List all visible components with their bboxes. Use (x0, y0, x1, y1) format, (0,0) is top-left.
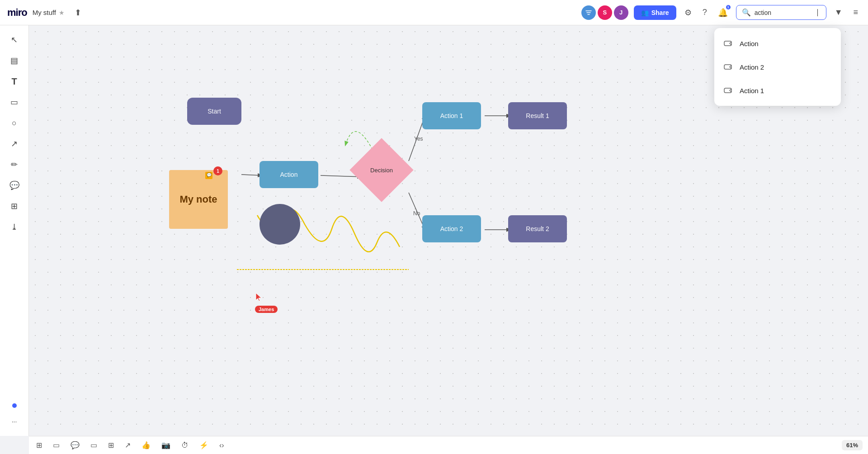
sticky-note[interactable]: 1 💬 My note (169, 170, 228, 229)
dropdown-item-action1[interactable]: Action 1 (714, 79, 841, 102)
share-label: Share (651, 9, 669, 16)
shapes-tool[interactable]: ○ (5, 114, 24, 132)
grid-bottom-tool[interactable]: ⊞ (106, 439, 116, 451)
miro-logo: miro (7, 7, 27, 19)
svg-text:No: No (413, 210, 420, 217)
start-node[interactable]: Start (187, 98, 241, 125)
svg-rect-10 (724, 65, 731, 69)
svg-rect-11 (724, 88, 731, 93)
user-avatar-s: S (598, 5, 612, 20)
comment-tool[interactable]: 💬 (5, 176, 24, 194)
cursor-indicator (817, 9, 818, 16)
james-cursor-label: James (255, 306, 278, 313)
share-icon: 👥 (641, 9, 649, 16)
dropdown-action-label: Action (740, 40, 759, 47)
circle-node[interactable] (259, 204, 300, 245)
settings-icon[interactable]: ⚙ (682, 5, 694, 20)
sticky-chat-icon: 💬 (205, 172, 212, 179)
search-dropdown: Action Action 2 Action 1 (714, 28, 841, 106)
dropdown-action2-icon (722, 61, 734, 73)
dropdown-action1-icon (722, 84, 734, 97)
topbar: miro My stuff ★ ⬆ S J 👥 Share ⚙ ? 🔔 1 🔍 … (0, 0, 868, 25)
notification-badge: 1 (726, 5, 731, 9)
grid-tool[interactable]: ⊞ (34, 439, 44, 451)
text-tool[interactable]: T (5, 72, 24, 90)
board-title: My stuff ★ (33, 9, 65, 16)
action1-node[interactable]: Action 1 (422, 102, 481, 129)
decision-label-overlay: Decision (359, 147, 404, 193)
sticky-text: My note (179, 193, 217, 206)
star-icon[interactable]: ★ (59, 9, 65, 16)
help-icon[interactable]: ? (700, 5, 710, 20)
bottombar: ⊞ ▭ 💬 ▭ ⊞ ↗ 👍 📷 ⏱ ⚡ ‹› 61% (29, 436, 868, 454)
timer-tool[interactable]: ⏱ (179, 440, 190, 451)
result2-label: Result 2 (526, 225, 549, 232)
frame-tool[interactable]: ▭ (51, 439, 61, 451)
dropdown-action-icon (722, 37, 734, 50)
search-icon: 🔍 (742, 8, 751, 17)
svg-text:Yes: Yes (414, 136, 423, 142)
pen-tool[interactable]: ✏ (5, 156, 24, 174)
action2-node[interactable]: Action 2 (422, 215, 481, 242)
filter-button[interactable]: ▼ (832, 5, 845, 20)
shapes-bottom-tool[interactable]: ▭ (89, 439, 99, 451)
arrow-tool[interactable]: ↗ (5, 135, 24, 153)
share-button[interactable]: 👥 Share (634, 5, 676, 20)
action2-label: Action 2 (440, 225, 463, 232)
notification-bell[interactable]: 🔔 1 (715, 5, 731, 20)
dropdown-action1-label: Action 1 (740, 87, 764, 95)
dropdown-action2-label: Action 2 (740, 63, 764, 71)
result2-node[interactable]: Result 2 (508, 215, 567, 242)
sidebar-accent-dot (12, 403, 17, 408)
sidebar: ↖ ▤ T ▭ ○ ↗ ✏ 💬 ⊞ ⤓ ··· (0, 25, 29, 436)
svg-line-0 (241, 175, 262, 175)
user-avatar-j: J (614, 5, 628, 20)
frames-tool[interactable]: ▤ (5, 52, 24, 70)
action-main-label: Action (280, 171, 298, 178)
filter-avatar (581, 5, 596, 20)
zoom-indicator: 61% (842, 440, 863, 450)
link-tool[interactable]: ↗ (123, 439, 132, 451)
dropdown-item-action2[interactable]: Action 2 (714, 55, 841, 79)
upload-button[interactable]: ⬆ (72, 5, 84, 20)
select-tool[interactable]: ↖ (5, 31, 24, 49)
result1-label: Result 1 (526, 112, 549, 119)
avatar-group: S J (581, 5, 628, 20)
collapse-tool[interactable]: ‹› (217, 440, 226, 451)
dropdown-item-action[interactable]: Action (714, 32, 841, 55)
chat-tool[interactable]: 💬 (69, 439, 81, 451)
action1-label: Action 1 (440, 112, 463, 119)
search-input[interactable] (755, 9, 813, 16)
lightning-tool[interactable]: ⚡ (198, 439, 210, 451)
more-tools[interactable]: ··· (5, 412, 24, 430)
svg-rect-9 (724, 41, 731, 46)
decision-label: Decision (370, 167, 393, 174)
like-tool[interactable]: 👍 (140, 439, 152, 451)
action-main-node[interactable]: Action (259, 161, 318, 188)
sticky-tool[interactable]: ▭ (5, 93, 24, 111)
result1-node[interactable]: Result 1 (508, 102, 567, 129)
table-tool[interactable]: ⊞ (5, 197, 24, 215)
embed-tool[interactable]: ⤓ (5, 218, 24, 236)
board-title-text: My stuff (33, 9, 56, 16)
search-box[interactable]: 🔍 (736, 5, 826, 20)
video-tool[interactable]: 📷 (160, 439, 172, 451)
start-label: Start (208, 108, 221, 115)
menu-button[interactable]: ≡ (850, 5, 861, 20)
sticky-badge: 1 (213, 166, 222, 175)
james-cursor: James (255, 292, 278, 313)
